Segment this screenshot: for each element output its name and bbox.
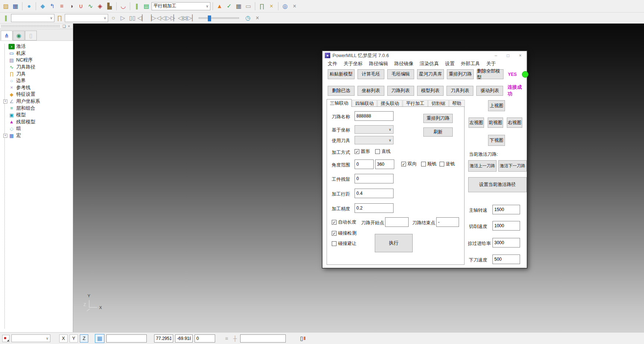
clock-icon[interactable]: ◷ xyxy=(243,14,252,22)
line-checkbox[interactable]: 直线 xyxy=(375,148,391,155)
drive-list-button[interactable]: 驱动列表 xyxy=(476,86,503,96)
view-front-button[interactable]: 前视图 xyxy=(488,117,503,128)
stepover-input[interactable] xyxy=(355,189,394,198)
tab-parallel[interactable]: 平行加工 xyxy=(403,100,428,107)
grid-size-input[interactable] xyxy=(106,334,147,343)
spindle-speed-input[interactable] xyxy=(492,205,520,214)
expand-plus-icon[interactable]: + xyxy=(3,99,7,103)
checkbox-icon[interactable]: ✓ xyxy=(332,220,337,225)
menu-path-edit[interactable]: 路径编辑 xyxy=(369,60,388,67)
menu-file[interactable]: 文件 xyxy=(328,60,337,67)
calculator-icon[interactable]: ▦ xyxy=(234,2,243,11)
tree-item[interactable]: ○边界 xyxy=(2,77,73,84)
circle-checkbox[interactable]: ✓ 圆形 xyxy=(355,148,370,155)
pause-indicator-icon[interactable]: ▯ ‖ xyxy=(300,335,306,342)
axis-y-button[interactable]: Y xyxy=(70,334,78,343)
toolpath-connections-icon[interactable]: ↰ xyxy=(48,2,57,11)
tolerance-input[interactable] xyxy=(355,203,394,213)
tree-item[interactable]: +▦宏 xyxy=(2,132,73,139)
skim-feed-input[interactable] xyxy=(492,238,520,248)
angle-from-input[interactable] xyxy=(355,159,374,169)
play-icon[interactable]: ▷ xyxy=(118,14,127,22)
menu-path-mirror[interactable]: 路径镜像 xyxy=(394,60,413,67)
axis-z-button[interactable]: Z xyxy=(80,334,88,343)
transform-tools-icon[interactable]: × xyxy=(267,2,276,11)
boundary-draw-icon[interactable]: ∿ xyxy=(86,2,95,11)
view-left-button[interactable]: 左视图 xyxy=(469,117,484,128)
stock-remain-input[interactable] xyxy=(355,174,394,183)
powermill-logo-icon[interactable]: ∥ xyxy=(1,14,10,22)
view-bottom-button[interactable]: 下视图 xyxy=(488,135,505,146)
checkbox-icon[interactable] xyxy=(440,162,444,166)
go-to-end-icon[interactable]: ▷▷▏ xyxy=(185,14,194,22)
minimize-button[interactable]: – xyxy=(495,53,497,58)
refresh-button[interactable]: 刷新 xyxy=(423,127,453,137)
tree-item[interactable]: ×参考线 xyxy=(2,84,73,91)
sim-tool-combo[interactable]: ∨ xyxy=(65,14,108,22)
powermill-logo-icon[interactable]: ∥ xyxy=(132,2,141,11)
tab-3axis[interactable]: 三轴联动 xyxy=(327,99,352,107)
close-button[interactable]: × xyxy=(519,53,522,58)
tab-saw[interactable]: 切割锯 xyxy=(428,100,449,107)
compute-stock-button[interactable]: 计算毛坯 xyxy=(357,69,384,79)
toolbar-close-icon[interactable]: × xyxy=(253,14,262,22)
pattern-points-icon[interactable]: ◈ xyxy=(96,2,104,11)
save-project-icon[interactable]: ▦ xyxy=(11,2,20,11)
tree-item[interactable]: ◆特征设置 xyxy=(2,91,73,98)
tool-list-button[interactable]: 刀具列表 xyxy=(446,86,473,96)
sim-tool-icon[interactable]: ∏ xyxy=(55,14,64,22)
explorer-world-tab[interactable]: ◉ xyxy=(13,31,25,41)
use-tool-select[interactable]: ∨ xyxy=(355,136,394,144)
auto-length-checkbox[interactable]: ✓ 自动长度 xyxy=(332,219,356,225)
collision-check-checkbox[interactable]: ✓ 碰撞检测 xyxy=(332,230,356,236)
sim-toolpath-combo[interactable]: ∨ xyxy=(11,14,54,22)
checkbox-icon[interactable]: ✓ xyxy=(332,231,337,236)
execute-button[interactable]: 执行 xyxy=(375,234,413,252)
cursor-y-field[interactable] xyxy=(175,334,193,343)
cutting-speed-input[interactable] xyxy=(492,221,520,231)
toolpath-name-input[interactable] xyxy=(355,111,394,121)
menu-external-tools[interactable]: 外部工具 xyxy=(461,60,480,67)
tool-icon[interactable]: ◑ xyxy=(67,2,76,11)
toolpath-active-icon[interactable]: ▲ xyxy=(215,2,224,11)
cursor-z-field[interactable] xyxy=(195,334,215,343)
feed-rate-icon[interactable]: ≡ xyxy=(57,2,66,11)
step-back-icon[interactable]: ◁▏ xyxy=(138,14,146,22)
menu-render-sim[interactable]: 渲染仿真 xyxy=(420,60,439,67)
checkbox-icon[interactable] xyxy=(375,149,380,154)
checkbox-icon[interactable]: ✓ xyxy=(355,149,359,154)
shaded-view-icon[interactable]: ● xyxy=(25,2,33,11)
menu-about-coords[interactable]: 关于坐标 xyxy=(344,60,363,67)
checkbox-icon[interactable] xyxy=(332,241,337,246)
plunge-speed-input[interactable] xyxy=(492,255,520,264)
tab-swivel-head[interactable]: 摆头联动 xyxy=(377,100,402,107)
tree-item[interactable]: +∠用户坐标系 xyxy=(2,98,73,105)
paste-new-model-button[interactable]: 粘贴新模型 xyxy=(328,69,355,79)
slider-thumb[interactable] xyxy=(208,15,211,21)
tool-library-button[interactable]: 星河刀具库 xyxy=(417,69,444,79)
end-point-input[interactable] xyxy=(436,217,459,227)
tree-item[interactable]: ∏刀具 xyxy=(2,70,73,77)
menu-about[interactable]: 关于 xyxy=(486,60,496,67)
open-project-icon[interactable]: ▨ xyxy=(1,2,10,11)
strategy-list-icon[interactable]: ▤ xyxy=(142,2,151,11)
cursor-x-field[interactable] xyxy=(154,334,173,343)
step-forward-icon[interactable]: ▕▷ xyxy=(147,14,156,22)
delete-selected-button[interactable]: 删除已选 xyxy=(328,86,355,96)
simulation-speed-slider[interactable] xyxy=(199,17,239,19)
model-list-button[interactable]: 模型列表 xyxy=(417,86,444,96)
pause-icon[interactable]: ▯▯ xyxy=(128,14,137,22)
dialog-titlebar[interactable]: ★ PowerMILL 忆梦星河 7.0.6 – □ × xyxy=(323,51,527,60)
panel-close-icon[interactable]: × xyxy=(67,24,71,28)
checkbox-icon[interactable] xyxy=(421,162,426,166)
start-point-input[interactable] xyxy=(385,217,409,227)
tool-check-icon[interactable]: ✓ xyxy=(225,2,234,11)
lightbulb-icon[interactable]: ○ xyxy=(109,14,118,22)
activate-prev-toolpath-button[interactable]: 激活上一刀路 xyxy=(468,160,497,172)
tree-item[interactable]: ▤NC程序 xyxy=(2,57,73,64)
toolbar-close-icon[interactable]: × xyxy=(290,2,299,11)
toolholder-icon[interactable]: ▙ xyxy=(105,2,114,11)
rearrange-toolpaths-button-2[interactable]: 重排列刀路 xyxy=(423,114,453,123)
explorer-tree-tab[interactable]: ⋔ xyxy=(1,31,13,41)
expand-plus-icon[interactable]: + xyxy=(3,134,7,138)
